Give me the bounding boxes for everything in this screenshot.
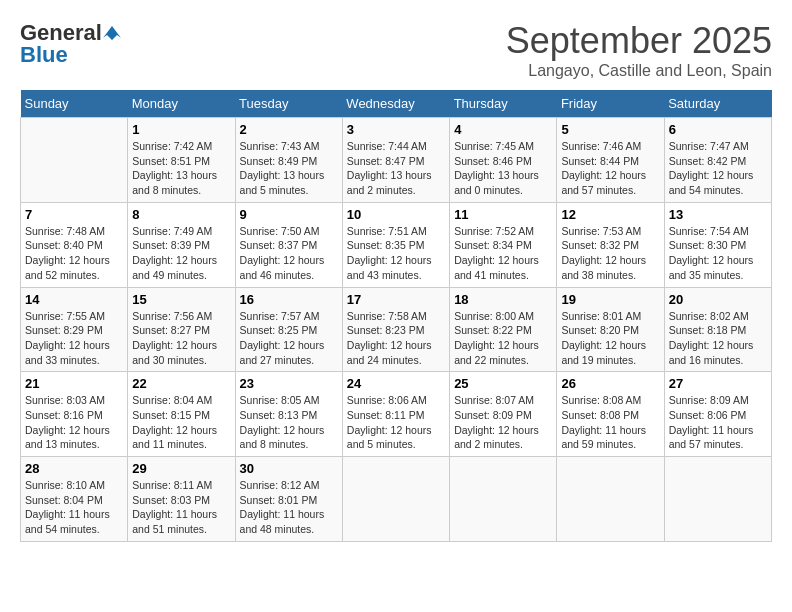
title-area: September 2025 Langayo, Castille and Leo… (506, 20, 772, 80)
calendar-cell (557, 457, 664, 542)
day-info: Sunrise: 8:10 AMSunset: 8:04 PMDaylight:… (25, 478, 123, 537)
subtitle: Langayo, Castille and Leon, Spain (506, 62, 772, 80)
day-info: Sunrise: 7:53 AMSunset: 8:32 PMDaylight:… (561, 224, 659, 283)
calendar-cell: 24Sunrise: 8:06 AMSunset: 8:11 PMDayligh… (342, 372, 449, 457)
day-number: 7 (25, 207, 123, 222)
main-title: September 2025 (506, 20, 772, 62)
day-number: 9 (240, 207, 338, 222)
day-info: Sunrise: 8:01 AMSunset: 8:20 PMDaylight:… (561, 309, 659, 368)
calendar-cell: 3Sunrise: 7:44 AMSunset: 8:47 PMDaylight… (342, 118, 449, 203)
day-info: Sunrise: 7:42 AMSunset: 8:51 PMDaylight:… (132, 139, 230, 198)
day-number: 17 (347, 292, 445, 307)
day-info: Sunrise: 7:48 AMSunset: 8:40 PMDaylight:… (25, 224, 123, 283)
calendar-cell: 22Sunrise: 8:04 AMSunset: 8:15 PMDayligh… (128, 372, 235, 457)
day-number: 11 (454, 207, 552, 222)
calendar-cell: 13Sunrise: 7:54 AMSunset: 8:30 PMDayligh… (664, 202, 771, 287)
calendar-cell: 21Sunrise: 8:03 AMSunset: 8:16 PMDayligh… (21, 372, 128, 457)
day-info: Sunrise: 8:11 AMSunset: 8:03 PMDaylight:… (132, 478, 230, 537)
day-info: Sunrise: 8:12 AMSunset: 8:01 PMDaylight:… (240, 478, 338, 537)
day-number: 3 (347, 122, 445, 137)
day-number: 28 (25, 461, 123, 476)
calendar-cell: 16Sunrise: 7:57 AMSunset: 8:25 PMDayligh… (235, 287, 342, 372)
calendar-cell: 5Sunrise: 7:46 AMSunset: 8:44 PMDaylight… (557, 118, 664, 203)
week-row-1: 1Sunrise: 7:42 AMSunset: 8:51 PMDaylight… (21, 118, 772, 203)
day-number: 24 (347, 376, 445, 391)
day-info: Sunrise: 7:55 AMSunset: 8:29 PMDaylight:… (25, 309, 123, 368)
day-number: 15 (132, 292, 230, 307)
calendar-cell: 19Sunrise: 8:01 AMSunset: 8:20 PMDayligh… (557, 287, 664, 372)
calendar-cell (342, 457, 449, 542)
day-info: Sunrise: 7:51 AMSunset: 8:35 PMDaylight:… (347, 224, 445, 283)
day-number: 8 (132, 207, 230, 222)
day-info: Sunrise: 7:50 AMSunset: 8:37 PMDaylight:… (240, 224, 338, 283)
day-number: 5 (561, 122, 659, 137)
calendar-cell: 9Sunrise: 7:50 AMSunset: 8:37 PMDaylight… (235, 202, 342, 287)
day-info: Sunrise: 7:57 AMSunset: 8:25 PMDaylight:… (240, 309, 338, 368)
day-info: Sunrise: 7:47 AMSunset: 8:42 PMDaylight:… (669, 139, 767, 198)
calendar-cell: 20Sunrise: 8:02 AMSunset: 8:18 PMDayligh… (664, 287, 771, 372)
calendar-cell: 17Sunrise: 7:58 AMSunset: 8:23 PMDayligh… (342, 287, 449, 372)
day-info: Sunrise: 7:56 AMSunset: 8:27 PMDaylight:… (132, 309, 230, 368)
calendar-cell: 23Sunrise: 8:05 AMSunset: 8:13 PMDayligh… (235, 372, 342, 457)
logo: General Blue (20, 20, 122, 68)
day-number: 23 (240, 376, 338, 391)
day-info: Sunrise: 7:46 AMSunset: 8:44 PMDaylight:… (561, 139, 659, 198)
day-number: 1 (132, 122, 230, 137)
calendar-cell: 8Sunrise: 7:49 AMSunset: 8:39 PMDaylight… (128, 202, 235, 287)
calendar-cell: 15Sunrise: 7:56 AMSunset: 8:27 PMDayligh… (128, 287, 235, 372)
calendar-table: SundayMondayTuesdayWednesdayThursdayFrid… (20, 90, 772, 542)
calendar-cell: 18Sunrise: 8:00 AMSunset: 8:22 PMDayligh… (450, 287, 557, 372)
calendar-cell: 10Sunrise: 7:51 AMSunset: 8:35 PMDayligh… (342, 202, 449, 287)
day-info: Sunrise: 7:58 AMSunset: 8:23 PMDaylight:… (347, 309, 445, 368)
day-info: Sunrise: 7:43 AMSunset: 8:49 PMDaylight:… (240, 139, 338, 198)
day-info: Sunrise: 8:08 AMSunset: 8:08 PMDaylight:… (561, 393, 659, 452)
day-info: Sunrise: 8:09 AMSunset: 8:06 PMDaylight:… (669, 393, 767, 452)
calendar-cell (664, 457, 771, 542)
day-number: 12 (561, 207, 659, 222)
day-info: Sunrise: 8:06 AMSunset: 8:11 PMDaylight:… (347, 393, 445, 452)
header-sunday: Sunday (21, 90, 128, 118)
logo-bird-icon (103, 24, 121, 42)
day-number: 16 (240, 292, 338, 307)
calendar-cell (21, 118, 128, 203)
header-saturday: Saturday (664, 90, 771, 118)
day-number: 30 (240, 461, 338, 476)
calendar-cell: 26Sunrise: 8:08 AMSunset: 8:08 PMDayligh… (557, 372, 664, 457)
header: General Blue September 2025 Langayo, Cas… (20, 20, 772, 80)
week-row-3: 14Sunrise: 7:55 AMSunset: 8:29 PMDayligh… (21, 287, 772, 372)
svg-marker-0 (103, 26, 121, 40)
day-info: Sunrise: 7:49 AMSunset: 8:39 PMDaylight:… (132, 224, 230, 283)
header-tuesday: Tuesday (235, 90, 342, 118)
day-number: 21 (25, 376, 123, 391)
header-monday: Monday (128, 90, 235, 118)
day-info: Sunrise: 8:03 AMSunset: 8:16 PMDaylight:… (25, 393, 123, 452)
day-number: 29 (132, 461, 230, 476)
day-info: Sunrise: 7:52 AMSunset: 8:34 PMDaylight:… (454, 224, 552, 283)
calendar-cell: 1Sunrise: 7:42 AMSunset: 8:51 PMDaylight… (128, 118, 235, 203)
day-info: Sunrise: 8:00 AMSunset: 8:22 PMDaylight:… (454, 309, 552, 368)
header-thursday: Thursday (450, 90, 557, 118)
day-number: 10 (347, 207, 445, 222)
calendar-cell: 6Sunrise: 7:47 AMSunset: 8:42 PMDaylight… (664, 118, 771, 203)
day-number: 4 (454, 122, 552, 137)
calendar-cell: 11Sunrise: 7:52 AMSunset: 8:34 PMDayligh… (450, 202, 557, 287)
calendar-cell (450, 457, 557, 542)
calendar-cell: 29Sunrise: 8:11 AMSunset: 8:03 PMDayligh… (128, 457, 235, 542)
day-number: 27 (669, 376, 767, 391)
day-info: Sunrise: 7:54 AMSunset: 8:30 PMDaylight:… (669, 224, 767, 283)
day-info: Sunrise: 8:05 AMSunset: 8:13 PMDaylight:… (240, 393, 338, 452)
week-row-2: 7Sunrise: 7:48 AMSunset: 8:40 PMDaylight… (21, 202, 772, 287)
day-number: 20 (669, 292, 767, 307)
day-info: Sunrise: 8:02 AMSunset: 8:18 PMDaylight:… (669, 309, 767, 368)
week-row-5: 28Sunrise: 8:10 AMSunset: 8:04 PMDayligh… (21, 457, 772, 542)
calendar-cell: 7Sunrise: 7:48 AMSunset: 8:40 PMDaylight… (21, 202, 128, 287)
header-friday: Friday (557, 90, 664, 118)
day-number: 18 (454, 292, 552, 307)
calendar-header-row: SundayMondayTuesdayWednesdayThursdayFrid… (21, 90, 772, 118)
day-number: 14 (25, 292, 123, 307)
calendar-cell: 2Sunrise: 7:43 AMSunset: 8:49 PMDaylight… (235, 118, 342, 203)
day-number: 6 (669, 122, 767, 137)
calendar-cell: 14Sunrise: 7:55 AMSunset: 8:29 PMDayligh… (21, 287, 128, 372)
day-info: Sunrise: 8:07 AMSunset: 8:09 PMDaylight:… (454, 393, 552, 452)
calendar-cell: 4Sunrise: 7:45 AMSunset: 8:46 PMDaylight… (450, 118, 557, 203)
